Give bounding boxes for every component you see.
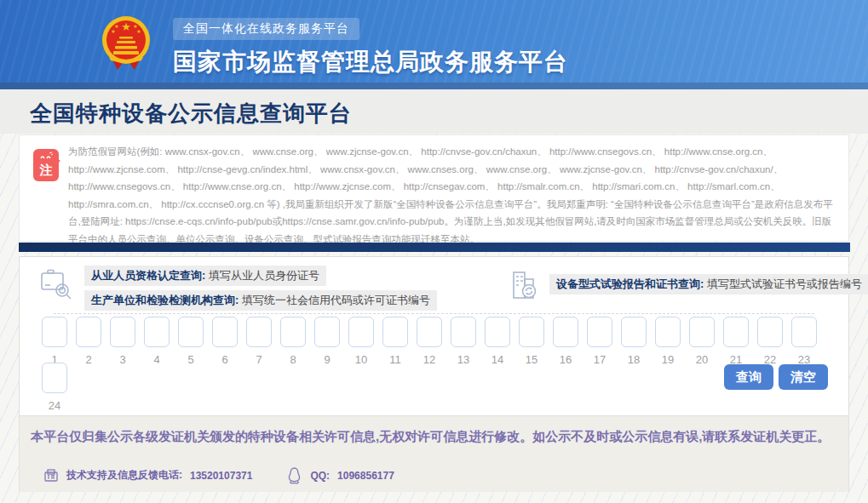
code-char-input[interactable] bbox=[791, 317, 817, 347]
cell-index-label: 16 bbox=[553, 353, 578, 366]
code-cell: 1 bbox=[42, 317, 67, 366]
unit-query-label: 生产单位和检验检测机构查询: bbox=[91, 294, 239, 306]
code-char-input[interactable] bbox=[42, 363, 67, 393]
code-char-input[interactable] bbox=[655, 317, 681, 347]
code-cell: 17 bbox=[587, 317, 612, 366]
person-query-desc: 填写从业人员身份证号 bbox=[209, 269, 319, 282]
cell-index-label: 10 bbox=[348, 353, 374, 366]
cell-index-label: 19 bbox=[655, 353, 681, 366]
cell-index-label: 8 bbox=[280, 353, 306, 366]
code-cell: 2 bbox=[76, 317, 101, 366]
platform-badge: 全国一体化在线政务服务平台 bbox=[173, 18, 359, 40]
notice-face-icon bbox=[38, 151, 54, 159]
cell-index-label: 12 bbox=[417, 353, 442, 366]
qq-label: QQ: bbox=[310, 470, 330, 482]
qq-number: 1096856177 bbox=[337, 470, 394, 482]
code-cell: 22 bbox=[757, 317, 783, 366]
cell-index-label: 4 bbox=[144, 353, 170, 366]
code-cell: 23 bbox=[791, 317, 817, 366]
person-unit-instructions: 从业人员资格认定查询: 填写从业人员身份证号 生产单位和检验检测机构查询: 填写… bbox=[40, 266, 437, 315]
unit-query-desc: 填写统一社会信用代码或许可证书编号 bbox=[242, 294, 430, 306]
query-buttons: 查询 清空 bbox=[719, 364, 828, 390]
code-char-input[interactable] bbox=[689, 317, 715, 347]
device-query-desc: 填写型式试验证书号或报告编号 bbox=[707, 277, 862, 290]
query-panel: 从业人员资格认定查询: 填写从业人员身份证号 生产单位和检验检测机构查询: 填写… bbox=[19, 256, 849, 416]
code-cell: 19 bbox=[655, 317, 681, 366]
cell-index-label: 13 bbox=[451, 353, 476, 366]
svg-text:★: ★ bbox=[111, 29, 115, 34]
fax-phone-icon bbox=[43, 468, 59, 483]
building-report-icon bbox=[510, 269, 537, 301]
site-header: ★ ★ ★ ★ ★ 全国一体化在线政务服务平台 国家市场监督管理总局政务服务平台 bbox=[0, 0, 868, 83]
code-char-input[interactable] bbox=[519, 317, 544, 347]
device-query-label: 设备型式试验报告和证书查询: bbox=[556, 277, 704, 290]
cell-index-label: 6 bbox=[212, 353, 238, 366]
code-char-input[interactable] bbox=[348, 317, 374, 347]
code-char-input[interactable] bbox=[451, 317, 476, 347]
person-query-label: 从业人员资格认定查询: bbox=[91, 269, 205, 282]
code-char-input[interactable] bbox=[587, 317, 612, 347]
code-char-input[interactable] bbox=[246, 317, 272, 347]
cell-index-label: 11 bbox=[382, 353, 408, 366]
disclaimer-text: 本平台仅归集公示各级发证机关颁发的特种设备相关许可信息,无权对许可信息进行修改。… bbox=[20, 416, 848, 448]
code-char-input[interactable] bbox=[42, 317, 67, 347]
code-cell: 20 bbox=[689, 317, 715, 366]
notice-icon: 注 bbox=[33, 149, 59, 181]
person-query-hint: 从业人员资格认定查询: 填写从业人员身份证号 bbox=[84, 266, 326, 286]
code-char-input[interactable] bbox=[417, 317, 442, 347]
contact-row: 技术支持及信息反馈电话: 13520107371 QQ: 1096856177 bbox=[43, 466, 394, 484]
site-title: 国家市场监督管理总局政务服务平台 bbox=[173, 46, 568, 78]
page: ★ ★ ★ ★ ★ 全国一体化在线政务服务平台 国家市场监督管理总局政务服务平台… bbox=[0, 0, 868, 503]
code-char-input[interactable] bbox=[382, 317, 408, 347]
code-char-input[interactable] bbox=[314, 317, 340, 347]
code-char-input[interactable] bbox=[485, 317, 510, 347]
code-cell: 18 bbox=[621, 317, 647, 366]
code-char-input[interactable] bbox=[178, 317, 204, 347]
search-button[interactable]: 查询 bbox=[724, 364, 773, 390]
id-search-icon bbox=[40, 267, 72, 303]
cell-index-label: 24 bbox=[42, 399, 67, 412]
phone-number: 13520107371 bbox=[190, 470, 252, 482]
code-cell: 9 bbox=[314, 317, 340, 366]
code-char-input[interactable] bbox=[621, 317, 647, 347]
code-cell: 13 bbox=[451, 317, 476, 366]
code-char-input[interactable] bbox=[723, 317, 749, 347]
dashed-separator bbox=[54, 313, 814, 314]
device-instructions: 设备型式试验报告和证书查询: 填写型式试验证书号或报告编号 bbox=[510, 267, 868, 301]
code-char-input[interactable] bbox=[76, 317, 101, 347]
code-char-input[interactable] bbox=[212, 317, 238, 347]
code-cell: 6 bbox=[212, 317, 238, 366]
unit-query-hint: 生产单位和检验检测机构查询: 填写统一社会信用代码或许可证书编号 bbox=[84, 290, 437, 311]
cell-index-label: 15 bbox=[519, 353, 544, 366]
code-input-row-2: 24 bbox=[42, 363, 76, 412]
national-emblem-logo: ★ ★ ★ ★ ★ bbox=[101, 15, 152, 71]
qq-icon bbox=[286, 466, 302, 484]
section-divider-bar bbox=[19, 243, 850, 252]
code-char-input[interactable] bbox=[280, 317, 306, 347]
footer: 本平台仅归集公示各级发证机关颁发的特种设备相关许可信息,无权对许可信息进行修改。… bbox=[19, 416, 849, 492]
code-char-input[interactable] bbox=[553, 317, 578, 347]
svg-text:★: ★ bbox=[136, 29, 141, 34]
code-cell: 4 bbox=[144, 317, 170, 366]
device-query-hint: 设备型式试验报告和证书查询: 填写型式试验证书号或报告编号 bbox=[549, 274, 868, 294]
cell-index-label: 17 bbox=[587, 353, 612, 366]
notice-text: 为防范假冒网站(例如: www.cnsx-gov.cn、 www.cnse.or… bbox=[68, 143, 836, 248]
code-cell: 21 bbox=[723, 317, 749, 366]
code-cell: 10 bbox=[348, 317, 374, 366]
cell-index-label: 9 bbox=[314, 353, 340, 366]
code-char-input[interactable] bbox=[757, 317, 783, 347]
anti-counterfeit-notice: 注 为防范假冒网站(例如: www.cnsx-gov.cn、 www.cnse.… bbox=[19, 134, 849, 242]
header-divider-bar bbox=[0, 83, 868, 89]
clear-button[interactable]: 清空 bbox=[779, 364, 828, 390]
cell-index-label: 7 bbox=[246, 353, 272, 366]
phone-label: 技术支持及信息反馈电话: bbox=[66, 468, 182, 483]
code-cell: 7 bbox=[246, 317, 272, 366]
code-cell: 3 bbox=[110, 317, 135, 366]
code-cell: 5 bbox=[178, 317, 204, 366]
svg-text:★: ★ bbox=[121, 20, 131, 33]
notice-icon-label: 注 bbox=[33, 163, 59, 179]
code-char-input[interactable] bbox=[144, 317, 170, 347]
cell-index-label: 2 bbox=[76, 353, 101, 366]
code-char-input[interactable] bbox=[110, 317, 135, 347]
code-cell: 12 bbox=[417, 317, 442, 366]
